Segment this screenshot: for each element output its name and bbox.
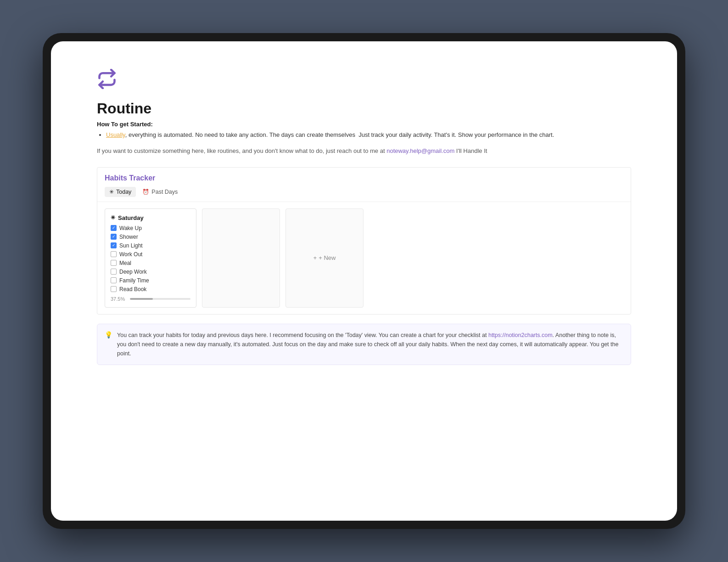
habit-shower[interactable]: Shower — [111, 234, 190, 240]
tab-past-days[interactable]: ⏰ Past Days — [138, 187, 182, 197]
card-day-label: Saturday — [118, 214, 144, 221]
new-card-label: + + New — [314, 254, 336, 261]
habit-wake-up-label: Wake Up — [119, 225, 142, 231]
saturday-icon: ✳ — [111, 214, 115, 221]
habit-family-time-checkbox[interactable] — [111, 277, 117, 283]
tab-today-label: Today — [116, 189, 131, 195]
habit-deep-work-checkbox[interactable] — [111, 269, 117, 275]
habit-meal[interactable]: Meal — [111, 260, 190, 266]
habit-read-book-checkbox[interactable] — [111, 286, 117, 292]
habit-wake-up-checkbox[interactable] — [111, 225, 117, 231]
tab-past-days-label: Past Days — [151, 189, 178, 195]
habits-tracker-title: Habits Tracker — [105, 174, 623, 182]
habit-deep-work[interactable]: Deep Work — [111, 269, 190, 275]
habit-shower-label: Shower — [119, 234, 138, 240]
card-day-header: ✳ Saturday — [111, 214, 190, 221]
past-days-icon: ⏰ — [142, 189, 149, 195]
contact-line: If you want to customize something here,… — [97, 147, 631, 154]
description-list: Usually, everything is automated. No nee… — [106, 130, 631, 140]
routine-icon — [97, 69, 631, 100]
plus-icon: + — [314, 254, 317, 261]
progress-row: 37.5% — [111, 296, 190, 302]
habit-wake-up[interactable]: Wake Up — [111, 225, 190, 231]
info-box: 💡 You can track your habits for today an… — [97, 324, 631, 365]
progress-label: 37.5% — [111, 296, 126, 302]
habit-family-time[interactable]: Family Time — [111, 277, 190, 284]
new-card-button[interactable]: + + New — [286, 208, 364, 308]
habit-work-out-label: Work Out — [119, 251, 142, 258]
progress-bar-track — [130, 298, 190, 300]
habit-shower-checkbox[interactable] — [111, 234, 117, 240]
device-frame: Routine How To get Started: Usually, eve… — [43, 33, 685, 529]
device-screen: Routine How To get Started: Usually, eve… — [51, 41, 677, 521]
habits-tracker-section: Habits Tracker ✳ Today ⏰ Past Days — [97, 167, 631, 315]
progress-bar-fill — [130, 298, 153, 300]
contact-email[interactable]: noteway.help@gmail.com — [386, 147, 454, 154]
gallery-area: ✳ Saturday Wake Up Shower — [97, 202, 631, 314]
habit-read-book-label: Read Book — [119, 286, 146, 292]
habit-sun-light-checkbox[interactable] — [111, 242, 117, 248]
today-card: ✳ Saturday Wake Up Shower — [105, 208, 196, 308]
habit-deep-work-label: Deep Work — [119, 269, 147, 275]
how-to-label: How To get Started: — [97, 121, 631, 128]
tab-today[interactable]: ✳ Today — [105, 187, 136, 197]
description-item: Usually, everything is automated. No nee… — [106, 130, 631, 140]
habit-family-time-label: Family Time — [119, 277, 149, 284]
notion2charts-link[interactable]: https://notion2charts.com — [488, 332, 553, 338]
habit-meal-checkbox[interactable] — [111, 260, 117, 266]
today-icon: ✳ — [109, 189, 114, 195]
habit-read-book[interactable]: Read Book — [111, 286, 190, 292]
habits-tracker-header: Habits Tracker ✳ Today ⏰ Past Days — [97, 168, 631, 202]
habit-work-out[interactable]: Work Out — [111, 251, 190, 258]
page-title: Routine — [97, 100, 631, 117]
highlight-word: Usually — [106, 131, 125, 138]
habit-sun-light-label: Sun Light — [119, 242, 143, 249]
habit-work-out-checkbox[interactable] — [111, 251, 117, 257]
new-label: + New — [319, 254, 336, 261]
info-text: You can track your habits for today and … — [117, 331, 623, 358]
page-content: Routine How To get Started: Usually, eve… — [51, 41, 677, 521]
habit-sun-light[interactable]: Sun Light — [111, 242, 190, 249]
empty-card — [202, 208, 280, 308]
tab-bar: ✳ Today ⏰ Past Days — [105, 187, 623, 197]
habit-meal-label: Meal — [119, 260, 131, 266]
lightbulb-icon: 💡 — [105, 331, 112, 338]
